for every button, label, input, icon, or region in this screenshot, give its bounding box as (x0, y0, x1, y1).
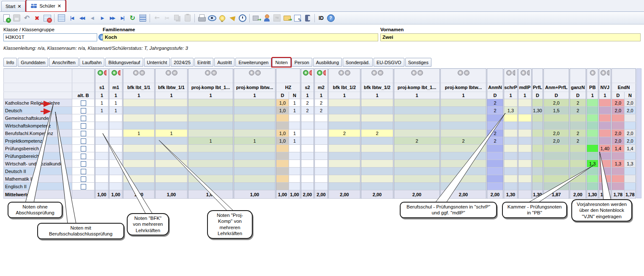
close-icon[interactable]: ✕ (17, 4, 21, 9)
grade-cell-anmPrfL[interactable] (543, 122, 570, 130)
grade-cell-endN_n[interactable] (625, 152, 636, 160)
grade-cell-m1[interactable] (109, 145, 123, 152)
undo-icon[interactable] (22, 13, 32, 23)
grade-cell-ganzN[interactable] (570, 152, 587, 160)
add-column-icon[interactable]: + (371, 70, 377, 76)
grade-cell-hz_d[interactable] (276, 183, 289, 190)
nav-first-icon[interactable]: |◀ (67, 13, 76, 23)
grade-cell-ganzN[interactable]: 2 (570, 137, 587, 145)
grade-cell-pk_lbt_11[interactable] (188, 122, 234, 130)
grade-cell-pk_lbtw_12[interactable] (440, 175, 487, 183)
grade-cell-s2[interactable] (301, 145, 314, 152)
grade-cell-m2[interactable] (314, 168, 328, 175)
grade-cell-endN_n[interactable] (625, 175, 636, 183)
grade-cell-m1[interactable] (109, 152, 123, 160)
delete-record-icon[interactable] (32, 13, 42, 23)
alt-b-checkbox[interactable] (81, 184, 86, 189)
copy-record-icon[interactable] (57, 13, 66, 23)
grade-cell-bfk_lbtw_12[interactable] (361, 122, 394, 130)
add-column-icon[interactable]: + (338, 70, 344, 76)
alt-b-checkbox[interactable] (81, 123, 86, 129)
grade-cell-endN_n[interactable] (625, 122, 636, 130)
grade-cell-pk_lbtw_11[interactable] (234, 114, 276, 122)
grade-cell-s2[interactable] (301, 152, 314, 160)
grade-cell-hz_d[interactable] (276, 168, 289, 175)
grade-cell-hz_n[interactable] (289, 168, 301, 175)
grade-cell-pk_lbt_11[interactable] (188, 99, 234, 107)
grade-cell-hz_d[interactable] (276, 122, 289, 130)
grade-cell-bfk_lbtw_11[interactable]: 1 (155, 130, 188, 137)
grade-cell-hz_n[interactable] (289, 160, 301, 168)
grade-cell-nvj[interactable] (599, 152, 611, 160)
grade-cell-s2[interactable]: 2 (301, 107, 314, 114)
alt-b-checkbox[interactable] (81, 116, 86, 121)
grade-cell-bfk_lbt_12[interactable] (328, 145, 361, 152)
grade-cell-m2[interactable] (314, 114, 328, 122)
grade-cell-bfk_lbt_12[interactable] (328, 137, 361, 145)
tab-unterricht[interactable]: Unterricht (144, 58, 170, 67)
grade-cell-pb[interactable] (587, 99, 599, 107)
add-column-icon[interactable]: + (112, 70, 117, 76)
grade-cell-pk_lbt_12[interactable] (394, 183, 440, 190)
grade-cell-endN_n[interactable] (625, 114, 636, 122)
grade-cell-anmN[interactable]: 2 (487, 130, 504, 137)
grade-cell-bfk_lbt_12[interactable] (328, 152, 361, 160)
grade-cell-anmPrfL[interactable] (543, 152, 570, 160)
grade-cell-s1[interactable]: 1 (95, 107, 109, 114)
grade-cell-pb[interactable] (587, 183, 599, 190)
add-column-icon[interactable]: + (506, 70, 512, 76)
grade-cell-endN_d[interactable]: 2,0 (611, 137, 625, 145)
grade-cell-schrP[interactable] (504, 160, 518, 168)
tab-ausbildung[interactable]: Ausbildung (313, 58, 342, 67)
grade-cell-prfL[interactable] (532, 145, 543, 152)
add-column-icon[interactable]: + (249, 70, 254, 76)
edit-form-icon[interactable] (292, 13, 302, 23)
grade-cell-prfL[interactable] (532, 99, 543, 107)
grade-cell-pk_lbt_12[interactable] (394, 99, 440, 107)
grade-cell-bfk_lbt_11[interactable] (123, 107, 155, 114)
grade-cell-bfk_lbt_11[interactable] (123, 137, 155, 145)
grade-cell-bfk_lbtw_12[interactable] (361, 168, 394, 175)
grade-cell-nvj[interactable] (599, 122, 611, 130)
grade-cell-prfL[interactable] (532, 175, 543, 183)
remove-column-icon[interactable]: − (255, 70, 261, 76)
grade-cell-m2[interactable]: 2 (314, 107, 328, 114)
grade-cell-hz_n[interactable] (289, 183, 301, 190)
grade-cell-pk_lbt_11[interactable] (188, 107, 234, 114)
grade-cell-anmN[interactable]: 2 (487, 107, 504, 114)
grade-cell-ganzN[interactable] (570, 160, 587, 168)
grade-cell-hz_n[interactable] (289, 114, 301, 122)
form-remove-icon[interactable] (42, 13, 52, 23)
grade-cell-bfk_lbt_12[interactable] (328, 107, 361, 114)
grade-cell-endN_d[interactable]: 2,0 (611, 99, 625, 107)
vornamen-input[interactable]: Zwei (380, 33, 641, 41)
grade-cell-schrP[interactable] (504, 183, 518, 190)
grade-cell-mdlP[interactable] (518, 137, 532, 145)
grade-cell-s1[interactable] (95, 152, 109, 160)
grade-cell-mdlP[interactable] (518, 122, 532, 130)
grade-cell-hz_n[interactable] (289, 122, 301, 130)
grade-cell-bfk_lbtw_12[interactable]: 2 (361, 130, 394, 137)
grade-cell-bfk_lbt_11[interactable] (123, 152, 155, 160)
grade-cell-bfk_lbt_12[interactable] (328, 122, 361, 130)
grade-cell-bfk_lbt_12[interactable] (328, 114, 361, 122)
tab-noten[interactable]: Noten (272, 58, 290, 67)
grade-cell-schrP[interactable] (504, 99, 518, 107)
grade-cell-schrP[interactable] (504, 145, 518, 152)
grade-cell-m2[interactable] (314, 183, 328, 190)
grade-cell-pk_lbtw_12[interactable]: 2 (440, 137, 487, 145)
window-tab-start[interactable]: Start✕ (1, 1, 25, 11)
grade-cell-anmPrfL[interactable] (543, 114, 570, 122)
remove-column-icon[interactable]: − (118, 70, 120, 76)
grade-cell-s2[interactable] (301, 114, 314, 122)
grade-cell-pk_lbtw_12[interactable] (440, 183, 487, 190)
grade-cell-pb[interactable] (587, 122, 599, 130)
grade-cell-pk_lbtw_12[interactable] (440, 168, 487, 175)
grade-cell-pk_lbt_11[interactable] (188, 160, 234, 168)
grade-cell-hz_d[interactable] (276, 114, 289, 122)
close-icon[interactable]: ✕ (57, 3, 61, 9)
grade-cell-prfL[interactable] (532, 137, 543, 145)
grade-cell-bfk_lbt_11[interactable] (123, 145, 155, 152)
grade-cell-endN_n[interactable]: 2,0 (625, 137, 636, 145)
grade-cell-mdlP[interactable] (518, 168, 532, 175)
